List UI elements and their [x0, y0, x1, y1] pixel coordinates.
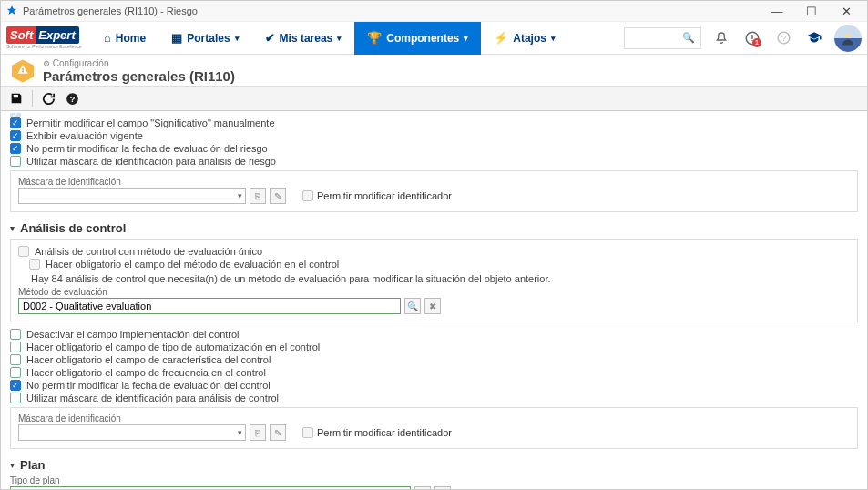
- caret-icon: ▾: [235, 34, 240, 43]
- nav-componentes-label: Componentes: [386, 32, 459, 45]
- svg-point-3: [845, 33, 851, 38]
- chk-oblig-frec[interactable]: [10, 367, 21, 378]
- nav-home-label: Home: [116, 32, 146, 45]
- chk-obligatorio-metodo[interactable]: [29, 259, 40, 270]
- nav-atajos-label: Atajos: [513, 32, 546, 45]
- metodo-clear[interactable]: ✖: [424, 298, 441, 314]
- nav-componentes[interactable]: 🏆 Componentes ▾: [354, 22, 481, 55]
- caret-icon: ▾: [337, 34, 342, 43]
- notifications-button[interactable]: [710, 27, 732, 49]
- tipo-plan-label: Tipo de plan: [10, 475, 858, 485]
- save-button[interactable]: [6, 88, 26, 108]
- chk-obligatorio-metodo-label: Hacer obligatorio el campo del método de…: [46, 259, 339, 270]
- refresh-button[interactable]: [38, 88, 58, 108]
- alert-badge: 1: [752, 38, 761, 47]
- chk-mascara-control[interactable]: [10, 393, 21, 403]
- chk-permitir-id-control: [302, 427, 313, 438]
- chk-oblig-carac[interactable]: [10, 354, 21, 365]
- nav-home[interactable]: ⌂ Home: [91, 22, 158, 55]
- avatar[interactable]: [834, 25, 862, 52]
- nav-portales-label: Portales: [187, 32, 230, 45]
- module-icon: [10, 58, 36, 84]
- portales-icon: ▦: [171, 31, 182, 45]
- chk-mascara-riesgo[interactable]: [10, 156, 21, 167]
- metodo-input[interactable]: [18, 298, 401, 314]
- search-input[interactable]: [630, 33, 682, 44]
- mascara-control-edit[interactable]: ✎: [270, 424, 286, 441]
- trophy-icon: 🏆: [367, 31, 382, 45]
- chk-desactivar-label: Desactivar el campo implementación del c…: [26, 329, 240, 340]
- close-button[interactable]: ✕: [830, 2, 863, 20]
- nav-atajos[interactable]: ⚡ Atajos ▾: [481, 22, 568, 55]
- mascara-riesgo-copy[interactable]: ⎘: [250, 188, 266, 204]
- home-icon: ⌂: [104, 31, 111, 45]
- chk-nopermitir-riesgo-label: No permitir modificar la fecha de evalua…: [26, 143, 268, 154]
- nav-mistareas-label: Mis tareas: [280, 32, 333, 45]
- chk-metodo-unico-label: Análisis de control con método de evalua…: [35, 246, 262, 257]
- svg-point-5: [22, 71, 24, 73]
- mascara-control-label: Máscara de identificación: [18, 413, 850, 424]
- metodo-label: Método de evaluación: [18, 287, 850, 297]
- svg-text:?: ?: [781, 34, 785, 43]
- section-title-analisis: Análisis de control: [20, 221, 126, 235]
- bolt-icon: ⚡: [494, 31, 508, 45]
- mascara-control-copy[interactable]: ⎘: [250, 424, 266, 441]
- analisis-info: Hay 84 análisis de control que necesita(…: [18, 271, 850, 285]
- section-toggle-analisis[interactable]: ▾: [10, 223, 15, 233]
- chk-permitir-id-riesgo: [302, 190, 313, 201]
- mascara-control-combo[interactable]: ▾: [18, 424, 246, 441]
- chk-oblig-auto-label: Hacer obligatorio el campo de tipo de au…: [26, 342, 320, 352]
- svg-text:?: ?: [69, 95, 75, 104]
- chk-desactivar[interactable]: [10, 329, 21, 340]
- caret-icon: ▾: [464, 34, 468, 43]
- help-tool-button[interactable]: ?: [62, 88, 82, 108]
- svg-rect-6: [22, 68, 23, 71]
- chk-significativo[interactable]: [10, 117, 21, 128]
- chk-permitir-id-control-label: Permitir modificar identificador: [317, 427, 452, 438]
- chk-metodo-unico[interactable]: [18, 246, 29, 257]
- tipo-plan-input[interactable]: [10, 486, 411, 489]
- search-icon[interactable]: 🔍: [682, 32, 695, 44]
- nav-mistareas[interactable]: ✔ Mis tareas ▾: [252, 22, 355, 55]
- logo: SoftExpert Software for Performance Exce…: [6, 26, 87, 51]
- section-toggle-plan[interactable]: ▾: [10, 460, 15, 470]
- chk-mascara-control-label: Utilizar máscara de identificación para …: [26, 393, 279, 403]
- search-box[interactable]: 🔍: [624, 27, 701, 49]
- check-icon: ✔: [265, 31, 275, 45]
- tipo-plan-search[interactable]: 🔍: [414, 486, 431, 489]
- maximize-button[interactable]: ☐: [795, 2, 828, 20]
- chk-exhibir-label: Exhibir evaluación vigente: [26, 130, 143, 141]
- alerts-button[interactable]: 1: [741, 27, 763, 49]
- help-button[interactable]: ?: [772, 27, 794, 49]
- chk-permitir-id-riesgo-label: Permitir modificar identificador: [317, 190, 452, 201]
- metodo-search[interactable]: 🔍: [404, 298, 421, 314]
- minimize-button[interactable]: ―: [761, 2, 793, 20]
- svg-rect-7: [16, 95, 17, 97]
- graduation-button[interactable]: [803, 27, 825, 49]
- nav-portales[interactable]: ▦ Portales ▾: [158, 22, 251, 55]
- section-title-plan: Plan: [20, 458, 45, 472]
- chk-mascara-riesgo-label: Utilizar máscara de identificación para …: [26, 156, 276, 167]
- caret-icon: ▾: [551, 34, 556, 43]
- chk-oblig-auto[interactable]: [10, 342, 21, 352]
- chk-significativo-label: Permitir modificar el campo "Significati…: [26, 117, 275, 128]
- mascara-riesgo-edit[interactable]: ✎: [270, 188, 286, 204]
- app-icon: [5, 5, 18, 17]
- page-title: Parámetros generales (RI110): [43, 68, 235, 84]
- chk-exhibir[interactable]: [10, 130, 21, 141]
- mascara-riesgo-label: Máscara de identificación: [18, 177, 850, 187]
- breadcrumb-config[interactable]: Configuración: [53, 58, 109, 68]
- chk-nopermitir-control[interactable]: [10, 380, 21, 391]
- gear-icon: ⚙: [43, 59, 50, 68]
- window-title: Parámetros generales (RI110) - Riesgo: [23, 5, 761, 16]
- mascara-riesgo-combo[interactable]: ▾: [18, 188, 246, 204]
- tipo-plan-clear[interactable]: ✖: [434, 486, 451, 489]
- chk-nopermitir-control-label: No permitir modificar la fecha de evalua…: [26, 380, 271, 391]
- chk-oblig-carac-label: Hacer obligatorio el campo de caracterís…: [26, 354, 271, 365]
- chk-nopermitir-riesgo[interactable]: [10, 143, 21, 154]
- chk-oblig-frec-label: Hacer obligatorio el campo de frecuencia…: [26, 367, 266, 378]
